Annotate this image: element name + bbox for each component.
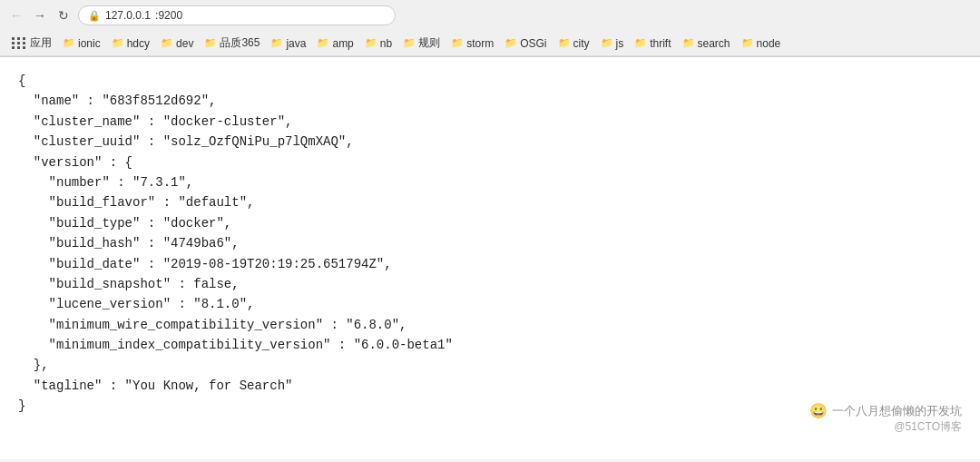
folder-icon: 📁 [317, 37, 329, 49]
watermark: 😀 一个八月想偷懒的开发坑 @51CTO博客 [809, 402, 962, 435]
folder-icon: 📁 [451, 37, 464, 49]
reload-button[interactable]: ↻ [54, 6, 73, 25]
address-text: 127.0.0.1 [105, 9, 151, 22]
bookmark-java[interactable]: 📁java [266, 35, 310, 52]
bookmark-ionic[interactable]: 📁ionic [58, 35, 105, 52]
folder-icon: 📁 [112, 37, 124, 49]
folder-icon: 📁 [161, 37, 173, 49]
folder-icon: 📁 [682, 37, 695, 49]
folder-icon: 📁 [63, 37, 75, 49]
bookmark-storm[interactable]: 📁storm [446, 35, 498, 52]
bookmark-nb[interactable]: 📁nb [360, 35, 397, 52]
watermark-main: 😀 一个八月想偷懒的开发坑 [809, 402, 962, 419]
back-button[interactable]: ← [7, 6, 25, 25]
bookmark-hdcy[interactable]: 📁hdcy [107, 35, 154, 52]
folder-icon: 📁 [365, 37, 377, 49]
bookmarks-bar: 应用 📁ionic 📁hdcy 📁dev 📁品质365 📁java 📁amp 📁… [0, 31, 980, 56]
bookmark-node[interactable]: 📁node [737, 35, 786, 52]
browser-toolbar: ← → ↻ 🔒 127.0.0.1:9200 [0, 0, 980, 31]
address-port: :9200 [155, 9, 182, 22]
bookmark-dev[interactable]: 📁dev [156, 35, 198, 52]
folder-icon: 📁 [634, 37, 647, 49]
folder-icon: 📁 [601, 37, 613, 49]
bookmark-thrift[interactable]: 📁thrift [630, 35, 675, 52]
bookmark-search[interactable]: 📁search [678, 35, 735, 52]
watermark-main-text: 一个八月想偷懒的开发坑 [832, 403, 962, 419]
bookmark-js[interactable]: 📁js [596, 35, 629, 52]
json-response: { "name" : "683f8512d692", "cluster_name… [18, 71, 962, 417]
folder-icon: 📁 [741, 37, 754, 49]
apps-label: 应用 [30, 35, 52, 51]
bookmark-amp[interactable]: 📁amp [312, 35, 358, 52]
folder-icon: 📁 [558, 37, 571, 49]
folder-icon: 📁 [204, 37, 217, 49]
folder-icon: 📁 [403, 37, 416, 49]
folder-icon: 📁 [505, 37, 517, 49]
lock-icon: 🔒 [88, 10, 101, 22]
bookmark-guize[interactable]: 📁规则 [398, 34, 445, 53]
address-bar[interactable]: 🔒 127.0.0.1:9200 [78, 5, 396, 25]
folder-icon: 📁 [270, 37, 283, 49]
apps-menu-button[interactable]: 应用 [7, 34, 56, 53]
content-area: { "name" : "683f8512d692", "cluster_name… [0, 57, 980, 459]
apps-grid-icon [12, 37, 26, 49]
bookmark-city[interactable]: 📁city [554, 35, 594, 52]
browser-chrome: ← → ↻ 🔒 127.0.0.1:9200 应用 📁ionic 📁hdcy 📁… [0, 0, 980, 57]
bookmark-pz365[interactable]: 📁品质365 [200, 34, 264, 53]
watermark-sub-text: @51CTO博客 [894, 419, 962, 435]
forward-button[interactable]: → [31, 6, 49, 25]
bookmark-osgi[interactable]: 📁OSGi [500, 35, 551, 52]
watermark-face-icon: 😀 [809, 402, 828, 419]
